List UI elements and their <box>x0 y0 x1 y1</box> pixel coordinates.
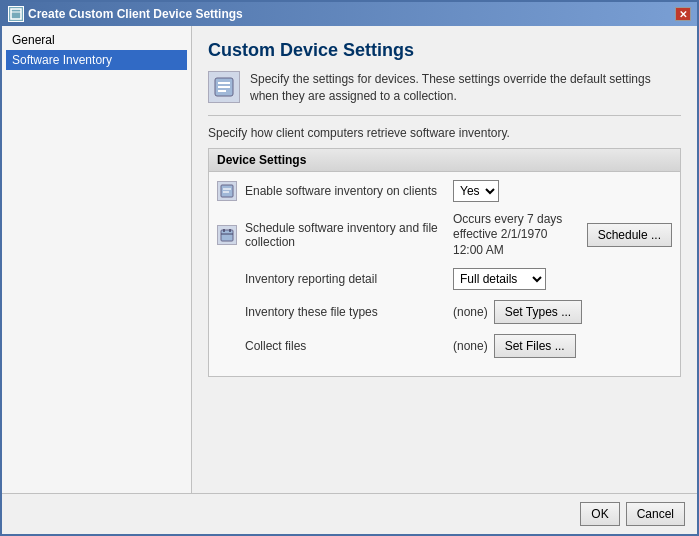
svg-rect-6 <box>221 185 233 197</box>
schedule-button[interactable]: Schedule ... <box>587 223 672 247</box>
set-types-button[interactable]: Set Types ... <box>494 300 582 324</box>
section-description: Specify how client computers retrieve so… <box>208 126 681 140</box>
row-reporting-detail: Inventory reporting detail Full details … <box>217 268 672 290</box>
row1-control: Yes No <box>453 180 499 202</box>
footer: OK Cancel <box>2 493 697 534</box>
svg-rect-3 <box>218 82 230 84</box>
device-settings-header: Device Settings <box>209 149 680 172</box>
reporting-detail-dropdown[interactable]: Full details Product only No details <box>453 268 546 290</box>
sidebar-item-general[interactable]: General <box>6 30 187 50</box>
row2-icon <box>217 225 237 245</box>
row-schedule: Schedule software inventory and file col… <box>217 212 672 259</box>
row4-label: Inventory these file types <box>245 305 445 319</box>
svg-rect-5 <box>218 90 226 92</box>
window-title: Create Custom Client Device Settings <box>28 7 243 21</box>
file-types-value: (none) <box>453 305 488 319</box>
svg-rect-0 <box>11 9 21 19</box>
row2-control: Occurs every 7 days effective 2/1/1970 1… <box>453 212 672 259</box>
row-collect-files: Collect files (none) Set Files ... <box>217 334 672 358</box>
svg-rect-9 <box>221 230 233 241</box>
close-button[interactable]: ✕ <box>675 7 691 21</box>
collect-files-value: (none) <box>453 339 488 353</box>
window-icon <box>8 6 24 22</box>
cancel-button[interactable]: Cancel <box>626 502 685 526</box>
intro-icon <box>208 71 240 103</box>
row5-label: Collect files <box>245 339 445 353</box>
row5-control: (none) Set Files ... <box>453 334 576 358</box>
row-file-types: Inventory these file types (none) Set Ty… <box>217 300 672 324</box>
device-settings-section: Device Settings Enable software inventor… <box>208 148 681 378</box>
main-window: Create Custom Client Device Settings ✕ G… <box>0 0 699 536</box>
intro-section: Specify the settings for devices. These … <box>208 71 681 116</box>
window-body: General Software Inventory Custom Device… <box>2 26 697 493</box>
row1-icon <box>217 181 237 201</box>
sidebar-item-software-inventory[interactable]: Software Inventory <box>6 50 187 70</box>
title-bar: Create Custom Client Device Settings ✕ <box>2 2 697 26</box>
sidebar: General Software Inventory <box>2 26 192 493</box>
device-settings-body: Enable software inventory on clients Yes… <box>209 172 680 377</box>
row3-label: Inventory reporting detail <box>245 272 445 286</box>
page-title: Custom Device Settings <box>208 40 681 61</box>
main-content: Custom Device Settings Specify the setti… <box>192 26 697 493</box>
set-files-button[interactable]: Set Files ... <box>494 334 576 358</box>
enable-inventory-dropdown[interactable]: Yes No <box>453 180 499 202</box>
row2-label: Schedule software inventory and file col… <box>245 221 445 249</box>
row3-control: Full details Product only No details <box>453 268 546 290</box>
title-bar-left: Create Custom Client Device Settings <box>8 6 243 22</box>
row1-label: Enable software inventory on clients <box>245 184 445 198</box>
intro-text: Specify the settings for devices. These … <box>250 71 681 105</box>
row4-control: (none) Set Types ... <box>453 300 582 324</box>
schedule-info: Occurs every 7 days effective 2/1/1970 1… <box>453 212 581 259</box>
svg-rect-4 <box>218 86 230 88</box>
row-enable-inventory: Enable software inventory on clients Yes… <box>217 180 672 202</box>
ok-button[interactable]: OK <box>580 502 619 526</box>
